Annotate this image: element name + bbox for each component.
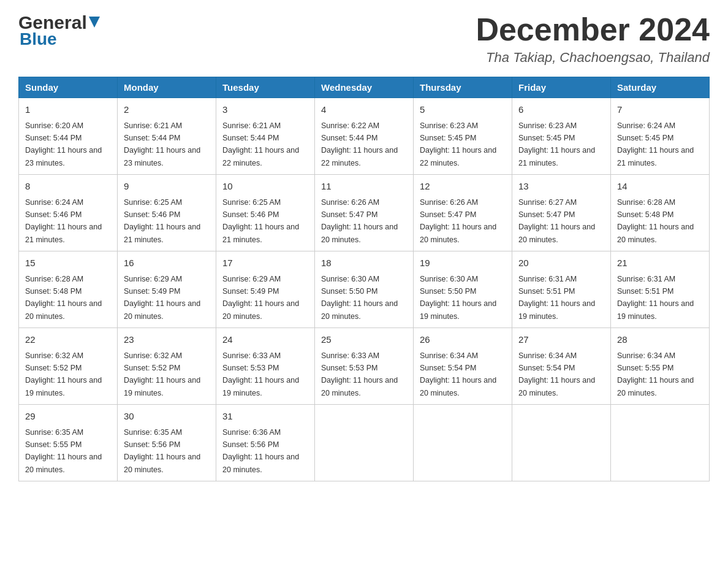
calendar-week-row: 15 Sunrise: 6:28 AMSunset: 5:48 PMDaylig… — [19, 251, 710, 328]
day-number: 3 — [222, 103, 308, 117]
day-info: Sunrise: 6:30 AMSunset: 5:50 PMDaylight:… — [420, 275, 496, 321]
day-number: 11 — [321, 180, 407, 194]
weekday-header-friday: Friday — [512, 77, 611, 98]
day-number: 25 — [321, 333, 407, 347]
logo-blue-text: Blue — [18, 29, 100, 49]
calendar-cell: 12 Sunrise: 6:26 AMSunset: 5:47 PMDaylig… — [414, 175, 512, 251]
weekday-header-saturday: Saturday — [611, 77, 710, 98]
calendar-cell: 24 Sunrise: 6:33 AMSunset: 5:53 PMDaylig… — [216, 328, 315, 405]
day-number: 4 — [321, 103, 407, 117]
day-number: 10 — [222, 180, 308, 194]
logo: General Blue — [18, 12, 100, 49]
day-info: Sunrise: 6:33 AMSunset: 5:53 PMDaylight:… — [321, 351, 398, 397]
weekday-header-thursday: Thursday — [414, 77, 512, 98]
day-info: Sunrise: 6:35 AMSunset: 5:56 PMDaylight:… — [124, 428, 200, 474]
day-info: Sunrise: 6:35 AMSunset: 5:55 PMDaylight:… — [25, 428, 102, 474]
weekday-header-tuesday: Tuesday — [216, 77, 315, 98]
day-number: 12 — [420, 180, 506, 194]
calendar-cell: 9 Sunrise: 6:25 AMSunset: 5:46 PMDayligh… — [118, 175, 216, 251]
calendar-week-row: 1 Sunrise: 6:20 AMSunset: 5:44 PMDayligh… — [19, 98, 710, 175]
calendar-cell: 6 Sunrise: 6:23 AMSunset: 5:45 PMDayligh… — [512, 98, 611, 175]
day-info: Sunrise: 6:25 AMSunset: 5:46 PMDaylight:… — [124, 198, 200, 244]
calendar-cell: 30 Sunrise: 6:35 AMSunset: 5:56 PMDaylig… — [118, 405, 216, 481]
day-number: 26 — [420, 333, 506, 347]
day-info: Sunrise: 6:21 AMSunset: 5:44 PMDaylight:… — [124, 121, 200, 167]
calendar-cell: 5 Sunrise: 6:23 AMSunset: 5:45 PMDayligh… — [414, 98, 512, 175]
day-number: 8 — [25, 180, 111, 194]
day-number: 27 — [518, 333, 604, 347]
calendar-cell: 16 Sunrise: 6:29 AMSunset: 5:49 PMDaylig… — [118, 251, 216, 328]
calendar-cell: 11 Sunrise: 6:26 AMSunset: 5:47 PMDaylig… — [315, 175, 414, 251]
day-info: Sunrise: 6:30 AMSunset: 5:50 PMDaylight:… — [321, 275, 398, 321]
day-info: Sunrise: 6:24 AMSunset: 5:46 PMDaylight:… — [25, 198, 102, 244]
day-info: Sunrise: 6:34 AMSunset: 5:54 PMDaylight:… — [420, 351, 496, 397]
day-info: Sunrise: 6:36 AMSunset: 5:56 PMDaylight:… — [222, 428, 299, 474]
calendar-cell: 21 Sunrise: 6:31 AMSunset: 5:51 PMDaylig… — [611, 251, 710, 328]
weekday-header-sunday: Sunday — [19, 77, 118, 98]
day-info: Sunrise: 6:28 AMSunset: 5:48 PMDaylight:… — [25, 275, 102, 321]
day-info: Sunrise: 6:31 AMSunset: 5:51 PMDaylight:… — [617, 275, 694, 321]
day-info: Sunrise: 6:23 AMSunset: 5:45 PMDaylight:… — [518, 121, 595, 167]
day-number: 21 — [617, 256, 703, 270]
calendar-cell: 27 Sunrise: 6:34 AMSunset: 5:54 PMDaylig… — [512, 328, 611, 405]
calendar-cell: 3 Sunrise: 6:21 AMSunset: 5:44 PMDayligh… — [216, 98, 315, 175]
calendar-cell: 22 Sunrise: 6:32 AMSunset: 5:52 PMDaylig… — [19, 328, 118, 405]
day-number: 7 — [617, 103, 703, 117]
calendar-cell: 20 Sunrise: 6:31 AMSunset: 5:51 PMDaylig… — [512, 251, 611, 328]
calendar-header-row: SundayMondayTuesdayWednesdayThursdayFrid… — [19, 77, 710, 98]
calendar-week-row: 29 Sunrise: 6:35 AMSunset: 5:55 PMDaylig… — [19, 405, 710, 481]
day-number: 15 — [25, 256, 111, 270]
location-title: Tha Takiap, Chachoengsao, Thailand — [476, 50, 710, 66]
page-header: General Blue December 2024 Tha Takiap, C… — [18, 12, 710, 66]
day-info: Sunrise: 6:29 AMSunset: 5:49 PMDaylight:… — [124, 275, 200, 321]
day-number: 20 — [518, 256, 604, 270]
calendar-cell — [315, 405, 414, 481]
day-number: 14 — [617, 180, 703, 194]
day-number: 6 — [518, 103, 604, 117]
day-number: 24 — [222, 333, 308, 347]
day-number: 23 — [124, 333, 210, 347]
calendar-cell: 31 Sunrise: 6:36 AMSunset: 5:56 PMDaylig… — [216, 405, 315, 481]
day-info: Sunrise: 6:33 AMSunset: 5:53 PMDaylight:… — [222, 351, 299, 397]
day-info: Sunrise: 6:27 AMSunset: 5:47 PMDaylight:… — [518, 198, 595, 244]
day-info: Sunrise: 6:32 AMSunset: 5:52 PMDaylight:… — [25, 351, 102, 397]
day-number: 2 — [124, 103, 210, 117]
svg-marker-0 — [89, 17, 100, 28]
day-info: Sunrise: 6:34 AMSunset: 5:55 PMDaylight:… — [617, 351, 694, 397]
day-info: Sunrise: 6:29 AMSunset: 5:49 PMDaylight:… — [222, 275, 299, 321]
day-number: 19 — [420, 256, 506, 270]
calendar-cell: 15 Sunrise: 6:28 AMSunset: 5:48 PMDaylig… — [19, 251, 118, 328]
calendar-cell: 14 Sunrise: 6:28 AMSunset: 5:48 PMDaylig… — [611, 175, 710, 251]
day-number: 5 — [420, 103, 506, 117]
calendar-week-row: 22 Sunrise: 6:32 AMSunset: 5:52 PMDaylig… — [19, 328, 710, 405]
day-number: 9 — [124, 180, 210, 194]
month-title: December 2024 — [476, 12, 710, 47]
calendar-cell: 1 Sunrise: 6:20 AMSunset: 5:44 PMDayligh… — [19, 98, 118, 175]
day-number: 1 — [25, 103, 111, 117]
day-number: 30 — [124, 410, 210, 424]
calendar-cell: 7 Sunrise: 6:24 AMSunset: 5:45 PMDayligh… — [611, 98, 710, 175]
day-info: Sunrise: 6:28 AMSunset: 5:48 PMDaylight:… — [617, 198, 694, 244]
calendar-cell — [611, 405, 710, 481]
day-info: Sunrise: 6:24 AMSunset: 5:45 PMDaylight:… — [617, 121, 694, 167]
day-info: Sunrise: 6:25 AMSunset: 5:46 PMDaylight:… — [222, 198, 299, 244]
calendar-cell — [414, 405, 512, 481]
calendar-cell — [512, 405, 611, 481]
calendar-cell: 28 Sunrise: 6:34 AMSunset: 5:55 PMDaylig… — [611, 328, 710, 405]
calendar-cell: 29 Sunrise: 6:35 AMSunset: 5:55 PMDaylig… — [19, 405, 118, 481]
weekday-header-wednesday: Wednesday — [315, 77, 414, 98]
day-number: 28 — [617, 333, 703, 347]
day-info: Sunrise: 6:26 AMSunset: 5:47 PMDaylight:… — [420, 198, 496, 244]
day-info: Sunrise: 6:20 AMSunset: 5:44 PMDaylight:… — [25, 121, 102, 167]
calendar-cell: 18 Sunrise: 6:30 AMSunset: 5:50 PMDaylig… — [315, 251, 414, 328]
day-number: 22 — [25, 333, 111, 347]
day-info: Sunrise: 6:32 AMSunset: 5:52 PMDaylight:… — [124, 351, 200, 397]
day-info: Sunrise: 6:21 AMSunset: 5:44 PMDaylight:… — [222, 121, 299, 167]
calendar-cell: 23 Sunrise: 6:32 AMSunset: 5:52 PMDaylig… — [118, 328, 216, 405]
day-number: 31 — [222, 410, 308, 424]
day-number: 16 — [124, 256, 210, 270]
calendar-week-row: 8 Sunrise: 6:24 AMSunset: 5:46 PMDayligh… — [19, 175, 710, 251]
calendar-table: SundayMondayTuesdayWednesdayThursdayFrid… — [18, 77, 710, 481]
calendar-cell: 2 Sunrise: 6:21 AMSunset: 5:44 PMDayligh… — [118, 98, 216, 175]
day-number: 18 — [321, 256, 407, 270]
